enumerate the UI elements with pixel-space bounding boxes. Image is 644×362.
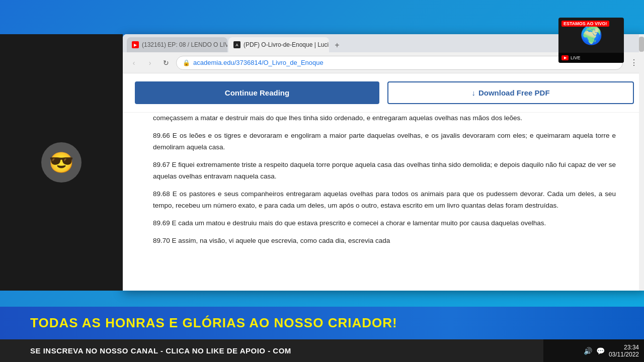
bottom-banner: TODAS AS HONRAS E GLÓRIAS AO NOSSO CRIAD… xyxy=(0,307,644,339)
live-badge: ESTAMOS AO VIVO! xyxy=(561,21,609,27)
live-bar: ▶ LIVE xyxy=(558,53,624,63)
scrollbar-track xyxy=(639,34,644,291)
browser-window: ▶ (132161) EP: 08 / LENDO O LIVR... ✕ A … xyxy=(123,34,644,291)
paragraph-5: 89.69 E cada um matou e destruiu mais do… xyxy=(153,218,616,229)
paragraph-6: 89.70 E assim, na visão, vi aquele que e… xyxy=(153,235,616,247)
tab-academia[interactable]: A (PDF) O-Livro-de-Enoque | Lucin... ✕ xyxy=(228,37,329,52)
address-text: academia.edu/3736814/O_Livro_de_Enoque xyxy=(193,59,324,66)
youtube-play-icon: ▶ xyxy=(561,55,569,60)
taskbar-date-display: 03/11/2022 xyxy=(609,351,639,358)
paragraph-1: começassem a matar e destruir mais do qu… xyxy=(153,113,616,124)
live-text: LIVE xyxy=(571,55,581,60)
page-content: Continue Reading ↓ Download Free PDF com… xyxy=(123,73,644,291)
tab-youtube[interactable]: ▶ (132161) EP: 08 / LENDO O LIVR... ✕ xyxy=(127,37,227,52)
download-icon: ↓ xyxy=(471,88,475,97)
chat-icon: 💬 xyxy=(596,347,605,355)
left-panel: 😎 xyxy=(0,34,123,291)
continue-bar: Continue Reading ↓ Download Free PDF xyxy=(123,73,644,113)
new-tab-button[interactable]: + xyxy=(330,38,344,52)
back-button[interactable]: ‹ xyxy=(128,57,140,69)
forward-button[interactable]: › xyxy=(144,57,156,69)
tab-youtube-label: (132161) EP: 08 / LENDO O LIVR... xyxy=(142,41,227,48)
taskbar-time-display: 23:34 xyxy=(609,344,639,351)
avatar: 😎 xyxy=(41,142,82,183)
banner-text: TODAS AS HONRAS E GLÓRIAS AO NOSSO CRIAD… xyxy=(30,315,397,331)
youtube-favicon: ▶ xyxy=(132,41,139,48)
academia-favicon: A xyxy=(233,41,240,48)
paragraph-3: 89.67 E fiquei extremamente triste a res… xyxy=(153,159,616,183)
text-content: começassem a matar e destruir mais do qu… xyxy=(123,113,644,291)
taskbar: 🔊 💬 23:34 03/11/2022 xyxy=(543,339,644,362)
continue-reading-button[interactable]: Continue Reading xyxy=(135,81,379,104)
live-thumbnail[interactable]: ESTAMOS AO VIVO! 🌍 ▶ LIVE xyxy=(558,18,624,63)
avatar-emoji: 😎 xyxy=(49,151,74,174)
reload-button[interactable]: ↻ xyxy=(160,57,172,69)
tab-academia-label: (PDF) O-Livro-de-Enoque | Lucin... xyxy=(244,41,329,48)
address-input[interactable]: 🔒 academia.edu/3736814/O_Livro_de_Enoque xyxy=(176,56,623,70)
lock-icon: 🔒 xyxy=(183,59,190,66)
download-pdf-button[interactable]: ↓ Download Free PDF xyxy=(387,81,634,104)
download-label: Download Free PDF xyxy=(478,88,550,97)
subscribe-text: SE INSCREVA NO NOSSO CANAL - CLICA NO LI… xyxy=(30,346,291,355)
volume-icon: 🔊 xyxy=(584,347,592,355)
paragraph-2: 89.66 E os leões e os tigres e devoraram… xyxy=(153,130,616,153)
paragraph-4: 89.68 E os pastores e seus companheiros … xyxy=(153,189,616,212)
scrollbar-thumb[interactable] xyxy=(639,37,644,52)
taskbar-clock: 23:34 03/11/2022 xyxy=(609,344,639,358)
